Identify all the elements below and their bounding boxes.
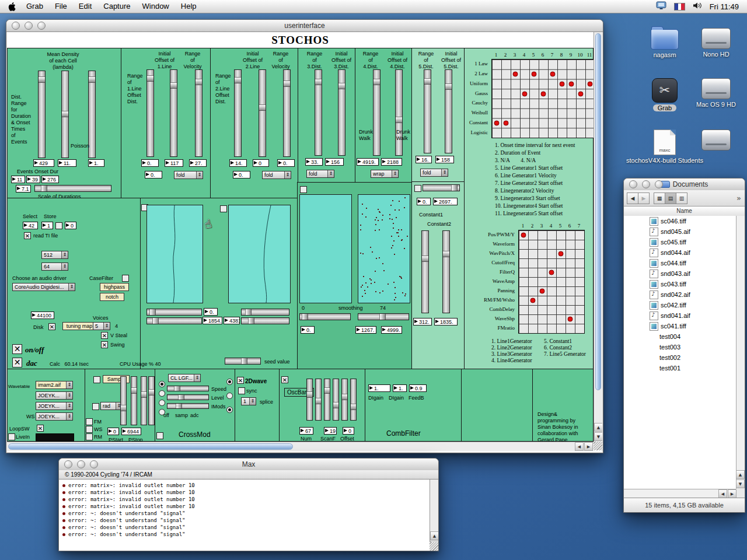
close-button[interactable] <box>64 460 72 468</box>
constant2-slider[interactable] <box>442 230 450 313</box>
splice-menu[interactable]: 1 <box>241 397 256 405</box>
voices-menu[interactable]: 5 <box>93 322 110 330</box>
sampler-slider[interactable] <box>120 376 127 425</box>
column-view-button[interactable]: ▥ <box>676 192 687 204</box>
number-box[interactable]: 1267. <box>355 326 376 334</box>
icon-view-button[interactable]: ▦ <box>654 192 665 204</box>
toolbar-overflow-chevron[interactable]: » <box>736 194 741 202</box>
menu-clock[interactable]: Fri 11:49 <box>710 2 739 11</box>
dist5-slider[interactable] <box>424 69 431 153</box>
matrix-dot[interactable] <box>494 120 500 125</box>
onoff-toggle[interactable] <box>12 344 22 354</box>
line-canvas-2[interactable] <box>228 205 291 303</box>
toggle-checkbox[interactable] <box>93 376 100 383</box>
wrap-menu[interactable]: wrap <box>371 170 399 178</box>
vertical-scrollbar[interactable] <box>736 216 745 489</box>
wavetable-menu[interactable]: JOEYK... <box>36 412 73 421</box>
number-box[interactable]: 0. <box>277 159 295 167</box>
file-row[interactable]: snd041.aif <box>624 310 736 321</box>
number-box[interactable]: 1854. <box>203 317 222 324</box>
radio-button[interactable] <box>226 379 233 385</box>
minimize-button[interactable] <box>25 22 33 30</box>
desktop-icon-macos9-hd[interactable]: Mac OS 9 HD <box>694 78 738 108</box>
level-slider[interactable] <box>167 394 209 400</box>
desktop-icon-disk[interactable] <box>697 130 735 152</box>
distribution-matrix[interactable] <box>491 59 594 138</box>
scroll-right-button[interactable] <box>728 489 736 498</box>
forward-button[interactable]: ▶ <box>638 192 650 204</box>
oscbank-slider[interactable] <box>306 379 313 421</box>
oscbank-slider[interactable] <box>315 379 322 421</box>
casefilter-toggle[interactable] <box>122 275 129 282</box>
matrix-dot[interactable] <box>549 270 554 275</box>
radio-button[interactable] <box>226 393 233 399</box>
matrix-dot[interactable] <box>521 233 526 238</box>
number-box[interactable]: 0 <box>343 427 354 435</box>
file-row[interactable]: sc042.tiff <box>624 300 736 310</box>
number-box[interactable]: 4999. <box>381 326 402 334</box>
radio-button[interactable] <box>159 400 165 406</box>
number-box[interactable]: 0. <box>204 308 218 316</box>
error-row[interactable]: error: ~: doesn't understand "signal" <box>59 524 438 531</box>
constant1-slider[interactable] <box>421 230 429 313</box>
dist4-slider[interactable] <box>395 69 403 156</box>
error-row[interactable]: error: matrix~: invalid outlet number 10 <box>59 489 438 496</box>
h-slider[interactable] <box>241 309 289 316</box>
sampler-slider[interactable] <box>148 376 155 425</box>
oscbank-toggle[interactable] <box>281 376 288 383</box>
number-box[interactable]: 1835. <box>434 318 458 326</box>
scroll-down-button[interactable] <box>594 432 602 441</box>
number-box[interactable]: 14. <box>229 159 247 167</box>
file-row[interactable]: sc043.tiff <box>624 279 736 289</box>
number-box[interactable]: 0 <box>253 159 269 167</box>
apple-menu-icon[interactable] <box>8 2 16 11</box>
file-row[interactable]: test002 <box>624 352 736 363</box>
menu-item[interactable]: File <box>49 0 73 13</box>
h-slider[interactable] <box>241 317 289 324</box>
number-box[interactable]: 39 <box>26 176 40 183</box>
number-box[interactable]: 16. <box>416 156 432 163</box>
number-box[interactable]: 429 <box>33 159 54 167</box>
menu-item[interactable]: Capture <box>97 0 136 13</box>
horizontal-scrollbar[interactable] <box>624 489 736 498</box>
line2-slider[interactable] <box>259 69 266 157</box>
dist3-slider[interactable] <box>338 69 345 156</box>
matrix-dot[interactable] <box>540 289 545 294</box>
file-row[interactable]: snd044.aif <box>624 247 736 258</box>
matrix-dot[interactable] <box>558 251 564 257</box>
toggle-checkbox[interactable] <box>92 403 99 410</box>
number-box[interactable]: 2188 <box>381 158 402 166</box>
disk-toggle[interactable] <box>48 323 55 330</box>
number-box[interactable]: 7.1 <box>16 185 31 192</box>
displays-menu-icon[interactable] <box>656 1 666 12</box>
input-language-flag-icon[interactable] <box>674 3 685 10</box>
oscbank-slider[interactable] <box>350 379 357 421</box>
tuning-map-message[interactable]: tuning map <box>62 322 96 330</box>
number-box[interactable]: 156 <box>325 158 344 166</box>
number-box[interactable]: 11. <box>58 159 76 167</box>
number-box[interactable]: 4919. <box>357 158 379 166</box>
matrix-dot[interactable] <box>541 91 546 96</box>
oscbank-slider[interactable] <box>333 379 339 421</box>
matrix-dot[interactable] <box>532 72 537 77</box>
scroll-right-button[interactable] <box>584 442 593 451</box>
file-row[interactable]: snd045.aif <box>624 226 736 237</box>
rad-menu[interactable]: rad <box>100 402 123 410</box>
toggle-checkbox[interactable] <box>55 222 62 229</box>
menu-item[interactable]: Help <box>175 0 203 13</box>
fft-size-menu[interactable]: 512 <box>41 251 68 259</box>
line2-slider[interactable] <box>283 69 291 157</box>
matrix-dot[interactable] <box>569 81 574 86</box>
lambda-slider[interactable] <box>38 71 46 158</box>
zoom-button[interactable] <box>37 22 46 30</box>
fold-menu[interactable]: fold <box>174 171 203 179</box>
field-canvas[interactable] <box>299 194 352 303</box>
number-box[interactable]: 42 <box>23 222 38 229</box>
number-box[interactable]: 1. <box>368 384 390 392</box>
livein-toggle[interactable] <box>8 433 15 440</box>
wavetable-file-menu[interactable]: imam2.aif <box>36 381 73 389</box>
crossmod-menu[interactable]: CL LGF... <box>168 374 201 382</box>
file-row[interactable]: sc041.tiff <box>624 321 736 331</box>
number-box[interactable]: 11 <box>11 176 25 183</box>
2dwave-toggle[interactable] <box>237 377 244 384</box>
